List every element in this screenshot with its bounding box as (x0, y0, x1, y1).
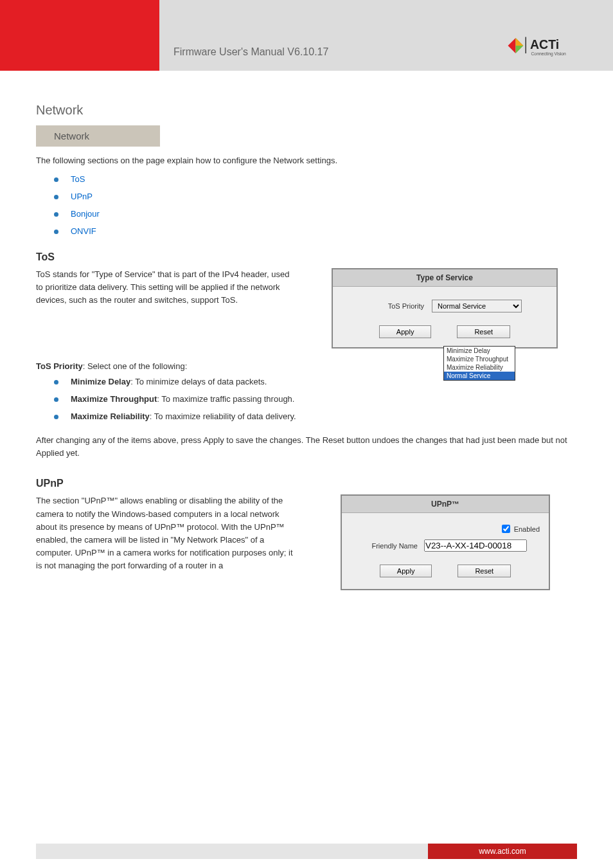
tos-reset-label: Reset (474, 328, 493, 336)
tos-options-list: Minimize Delay: To minimize delays of da… (71, 373, 577, 425)
link-tos-text[interactable]: ToS (71, 174, 85, 184)
svg-marker-0 (508, 38, 516, 53)
tos-bullet-max-throughput: Maximize Throughput: To maximize traffic… (71, 390, 577, 408)
section-heading-network: Network (36, 103, 577, 118)
tos-heading: ToS (36, 251, 577, 263)
svg-text:ACTi: ACTi (530, 37, 559, 51)
upnp-enabled-checkbox[interactable] (502, 525, 510, 533)
tos-apply-note: After changing any of the items above, p… (36, 434, 577, 460)
tos-b0-label: Minimize Delay (71, 377, 130, 386)
upnp-reset-button[interactable]: Reset (458, 565, 511, 577)
tos-opt-maximize-throughput[interactable]: Maximize Throughput (444, 355, 515, 363)
tos-b1-label: Maximize Throughput (71, 394, 157, 404)
acti-logo: ACTi Connecting Vision (505, 32, 582, 59)
link-onvif[interactable]: ONVIF (71, 222, 577, 240)
header-red-block (0, 0, 159, 71)
upnp-panel: UPnP™ Enabled Friendly Name Apply (341, 494, 550, 590)
tos-reset-button[interactable]: Reset (457, 325, 510, 338)
tos-bullet-min-delay: Minimize Delay: To minimize delays of da… (71, 373, 577, 390)
tos-bullet-max-reliability: Maximize Reliability: To maximize reliab… (71, 408, 577, 425)
svg-rect-3 (526, 37, 527, 54)
tos-panel: Type of Service ToS Priority Normal Serv… (332, 268, 558, 348)
upnp-apply-label: Apply (397, 567, 415, 575)
network-links-list: ToS UPnP Bonjour ONVIF (71, 170, 577, 240)
tos-b1-desc: : To maximize traffic passing through. (157, 394, 294, 404)
footer-url[interactable]: www.acti.com (428, 844, 577, 859)
footer-bar: www.acti.com (36, 844, 577, 859)
tos-priority-label: ToS Priority (368, 302, 432, 310)
doc-title-text: Firmware User's Manual V6.10.17 (173, 46, 328, 57)
link-bonjour-text[interactable]: Bonjour (71, 209, 100, 219)
upnp-paragraph: The section "UPnP™" allows enabling or d… (36, 494, 293, 572)
tos-opt-maximize-reliability[interactable]: Maximize Reliability (444, 363, 515, 372)
link-onvif-text[interactable]: ONVIF (71, 226, 96, 236)
network-tab[interactable]: Network (36, 125, 160, 147)
tos-panel-title: Type of Service (333, 269, 556, 287)
link-upnp-text[interactable]: UPnP (71, 192, 93, 201)
upnp-friendly-input[interactable] (424, 539, 527, 552)
svg-text:Connecting Vision: Connecting Vision (531, 51, 567, 57)
doc-title: Firmware User's Manual V6.10.17 (173, 46, 328, 58)
tos-b2-label: Maximize Reliability (71, 411, 150, 421)
tos-opt-minimize-delay[interactable]: Minimize Delay (444, 347, 515, 355)
tos-paragraph: ToS stands for "Type of Service" that is… (36, 268, 293, 307)
upnp-panel-title: UPnP™ (342, 496, 549, 513)
tos-priority-subheading: ToS Priority (36, 361, 83, 371)
network-intro: The following sections on the page expla… (36, 156, 577, 165)
svg-marker-2 (516, 38, 524, 46)
link-bonjour[interactable]: Bonjour (71, 205, 577, 222)
tos-apply-button[interactable]: Apply (379, 325, 432, 338)
link-tos[interactable]: ToS (71, 170, 577, 188)
upnp-enabled-label: Enabled (514, 525, 540, 533)
upnp-heading: UPnP (36, 478, 577, 489)
upnp-reset-label: Reset (475, 567, 493, 575)
tos-subtext: Select one of the following: (87, 361, 187, 371)
tos-apply-label: Apply (396, 328, 414, 336)
link-upnp[interactable]: UPnP (71, 188, 577, 205)
upnp-friendly-label: Friendly Name (351, 542, 424, 550)
tos-b2-desc: : To maximize reliability of data delive… (150, 411, 296, 421)
network-tab-label: Network (54, 131, 89, 141)
upnp-apply-button[interactable]: Apply (380, 565, 432, 577)
tos-priority-select[interactable]: Normal Service (432, 300, 522, 312)
tos-b0-desc: : To minimize delays of data packets. (130, 377, 267, 386)
